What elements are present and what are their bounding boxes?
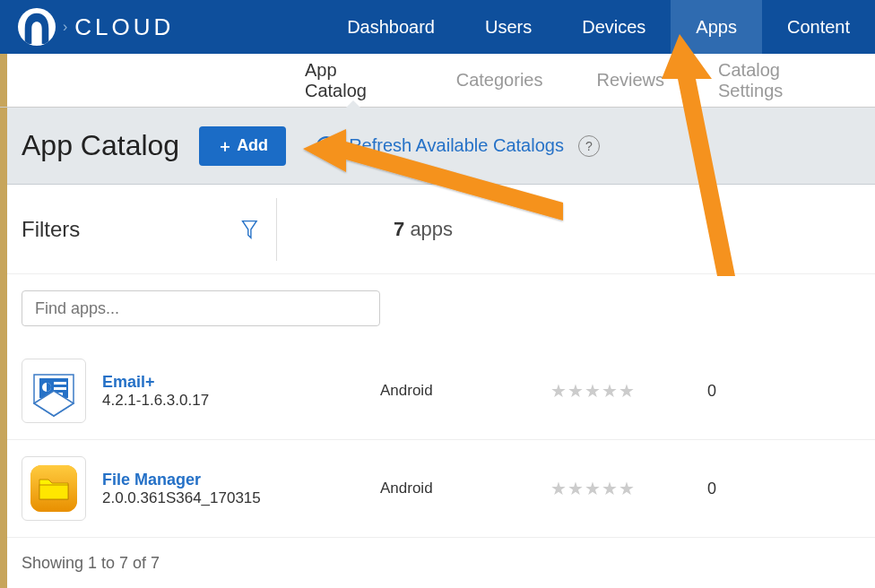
app-count-value: 0 — [685, 382, 739, 401]
nav-devices[interactable]: Devices — [557, 0, 671, 54]
plus-icon: ＋ — [217, 135, 233, 157]
subnav-app-catalog[interactable]: App Catalog — [278, 54, 429, 107]
title-bar: App Catalog ＋ Add Refresh Available Cata… — [0, 108, 875, 185]
svg-rect-9 — [39, 485, 68, 499]
nav-apps[interactable]: Apps — [671, 0, 762, 54]
chevron-right-icon: › — [63, 19, 67, 35]
list-item[interactable]: Email+ 4.2.1-1.6.3.0.17 Android ★★★★★ 0 — [0, 342, 875, 440]
app-version: 4.2.1-1.6.3.0.17 — [102, 392, 380, 410]
nav-dashboard[interactable]: Dashboard — [322, 0, 460, 54]
page-title: App Catalog — [22, 129, 179, 162]
app-count-value: 0 — [685, 480, 739, 498]
refresh-catalogs-link[interactable]: Refresh Available Catalogs — [349, 135, 564, 156]
svg-rect-3 — [54, 382, 66, 385]
app-rating: ★★★★★ — [550, 478, 685, 499]
help-icon[interactable]: ? — [578, 135, 600, 157]
left-edge-decoration — [0, 54, 7, 588]
list-item[interactable]: File Manager 2.0.0.361S364_170315 Androi… — [0, 440, 875, 538]
subnav-reviews[interactable]: Reviews — [569, 54, 691, 107]
main-nav: Dashboard Users Devices Apps Content — [322, 0, 875, 54]
search-input[interactable] — [22, 290, 380, 326]
refresh-area: Refresh Available Catalogs ? — [315, 134, 600, 158]
filters-label: Filters — [22, 217, 80, 242]
top-navbar: › CLOUD Dashboard Users Devices Apps Con… — [0, 0, 875, 54]
filter-icon[interactable] — [241, 215, 258, 244]
add-button[interactable]: ＋ Add — [199, 126, 286, 166]
refresh-icon[interactable] — [315, 134, 338, 158]
filter-bar: Filters 7 apps — [0, 185, 875, 274]
subnav-categories[interactable]: Categories — [429, 54, 570, 107]
app-platform: Android — [380, 382, 550, 400]
app-list: Email+ 4.2.1-1.6.3.0.17 Android ★★★★★ 0 … — [0, 342, 875, 538]
app-rating: ★★★★★ — [550, 380, 685, 402]
app-name-link[interactable]: Email+ — [102, 373, 380, 392]
nav-users[interactable]: Users — [460, 0, 557, 54]
add-button-label: Add — [237, 136, 268, 155]
nav-content[interactable]: Content — [762, 0, 875, 54]
brand-logo-icon — [18, 8, 56, 46]
app-platform: Android — [380, 480, 550, 497]
app-version: 2.0.0.361S364_170315 — [102, 489, 380, 507]
pagination-text: Showing 1 to 7 of 7 — [0, 538, 875, 588]
search-area — [0, 274, 875, 342]
subnav-catalog-settings[interactable]: Catalog Settings — [691, 54, 875, 107]
brand-name: CLOUD — [74, 13, 174, 41]
app-count: 7 apps — [394, 218, 453, 241]
app-icon-email — [22, 359, 86, 423]
app-name-link[interactable]: File Manager — [102, 471, 380, 489]
sub-nav: App Catalog Categories Reviews Catalog S… — [0, 54, 875, 108]
brand-area: › CLOUD — [0, 8, 174, 46]
app-icon-folder — [22, 456, 86, 521]
svg-rect-4 — [54, 387, 66, 390]
